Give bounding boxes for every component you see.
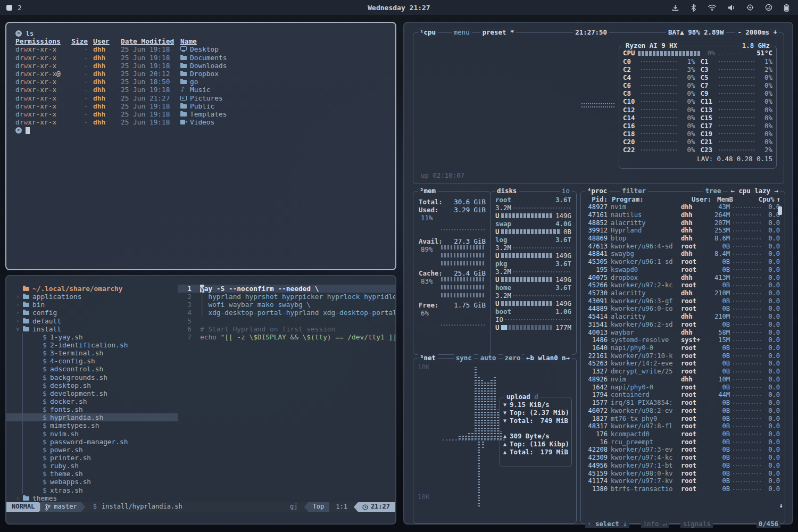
tree-item[interactable]: $ nvim.sh [6,430,178,438]
tree-item-label[interactable]: development.sh [50,389,107,397]
tree-item-label[interactable]: config [32,309,57,317]
tree-item[interactable]: $ fonts.sh [6,405,178,413]
process-row[interactable]: 48927 nvim dhh 43M 0.0 [581,203,785,211]
net-interface-switch[interactable]: ←b wlan0 n→ [524,354,572,362]
tree-item-label[interactable]: backgrounds.sh [50,373,107,381]
code-line[interactable]: 6# Start Hyprland on first session [178,325,395,333]
process-row[interactable]: 16 rcu_preempt root 0B 0.0 [581,438,785,446]
chevron-icon[interactable]: › [16,309,20,317]
process-row[interactable]: 47161 nautilus dhh 264M 0.0 [581,211,785,219]
process-row[interactable]: 176 kcompactd0 root 0B 0.0 [581,430,785,438]
process-row[interactable]: 44956 kworker/u97:1-bt root 0B 0.0 [581,462,785,470]
tree-item[interactable]: $ printer.sh [6,454,178,462]
bluetooth-icon[interactable] [691,4,696,12]
code-line[interactable]: 1yay -S --noconfirm --needed \ [178,285,395,293]
tree-item-label[interactable]: docker.sh [50,397,87,405]
cpu-header[interactable]: Cpu% [759,195,775,203]
tree-item[interactable]: $ 2-identification.sh [6,341,178,349]
process-row[interactable]: 45414 alacritty dhh 210M 0.0 [581,313,785,321]
process-row[interactable]: 45730 alacritty dhh 210M 0.0 [581,289,785,297]
process-row[interactable]: 45263 kworker/14:2-eve root 0B 0.0 [581,360,785,368]
process-row[interactable]: 48926 nvim dhh 10M 0.0 [581,376,785,384]
tree-item[interactable]: $ adscontrol.sh [6,365,178,373]
tree-item-label[interactable]: install [32,325,61,333]
gauge-icon[interactable] [765,4,772,11]
net-box-title[interactable]: ³net [418,354,438,362]
tree-item-label[interactable]: themes [32,494,57,502]
process-row[interactable]: 39912 Hyprland dhh 253M 0.0 [581,227,785,235]
process-row[interactable]: 48317 kworker/u97:8-fl root 0B 0.0 [581,422,785,430]
process-row[interactable]: 44889 kworker/u96:0-co root 0B 0.0 [581,305,785,313]
tree-item[interactable]: $ theme.sh [6,470,178,478]
tree-item[interactable]: ~/.local/share/omarchy [6,285,178,293]
tree-item[interactable]: $ desktop.sh [6,381,178,389]
process-row[interactable]: 40013 waybar dhh 58M 0.0 [581,329,785,337]
proc-filter-button[interactable]: filter [620,187,648,195]
wifi-icon[interactable] [708,4,717,11]
tree-item[interactable]: $ 3-terminal.sh [6,349,178,357]
tree-item-label[interactable]: theme.sh [50,470,83,478]
process-row[interactable]: 48852 alacritty dhh 207M 0.0 [581,219,785,227]
git-branch[interactable]: master [40,502,85,512]
process-row[interactable]: 40075 dropbox dhh 413M 0.0 [581,274,785,282]
process-row[interactable]: 1827 mt76-tx phy0 root 0B 0.0 [581,415,785,423]
process-row[interactable]: 1577 irq/81-PIXA3854: root 0B 0.0 [581,399,785,407]
chevron-icon[interactable]: ∨ [16,325,20,333]
tree-item-label[interactable]: 1-yay.sh [50,333,83,341]
tree-item-label[interactable]: hyprlandia.sh [50,413,103,421]
info-button[interactable]: info ↵ [641,520,669,528]
code-line[interactable]: 4│ xdg-desktop-portal-hyprland xdg-deskt… [178,309,395,317]
tree-item[interactable]: $ docker.sh [6,397,178,405]
code-line[interactable]: 5 [178,317,395,325]
process-row[interactable]: 45266 kworker/u97:2-kc root 0B 0.0 [581,281,785,289]
process-row[interactable]: 1794 containerd root 44M 0.0 [581,391,785,399]
tree-item-label[interactable]: adscontrol.sh [50,365,103,373]
tree-item[interactable]: $ 1-yay.sh [6,333,178,341]
net-auto-toggle[interactable]: auto [478,354,498,362]
process-row[interactable]: 42208 kworker/u97:3-ev root 0B 0.0 [581,446,785,454]
tree-item[interactable]: ∨ install [6,325,178,333]
tree-item[interactable]: $ ruby.sh [6,462,178,470]
tree-item-label[interactable]: ~/.local/share/omarchy [32,285,123,293]
tree-item-label[interactable]: desktop.sh [50,381,91,389]
process-row[interactable]: 1327 dmcrypt_write/25 root 0B 0.0 [581,368,785,376]
proc-tree-toggle[interactable]: tree [703,187,724,195]
process-row[interactable]: 43091 kworker/u96:3-gf root 0B 0.0 [581,297,785,305]
tree-item-label[interactable]: 4-config.sh [50,357,95,365]
package-updates-icon[interactable] [671,4,679,12]
disks-box-title[interactable]: disks [495,187,519,195]
tree-item[interactable]: $ backgrounds.sh [6,373,178,381]
net-zero-toggle[interactable]: zero [503,354,523,362]
process-row[interactable]: 47613 kworker/u96:4-sd root 0B 0.0 [581,243,785,251]
tree-item-label[interactable]: mimetypes.sh [50,421,99,429]
settings-icon[interactable] [746,4,754,11]
tree-item-label[interactable]: 3-terminal.sh [50,349,103,357]
proc-sort-control[interactable]: ← cpu lazy → [728,187,780,195]
process-row[interactable]: 195 kswapd0 root 0B 0.0 [581,266,785,274]
code-line[interactable]: 7echo "[[ -z \$DISPLAY && \$(tty) == /de… [178,333,395,341]
cpu-box-title[interactable]: ¹cpu [418,28,438,36]
tree-item[interactable]: $ mimetypes.sh [6,421,178,429]
tree-item-label[interactable]: xtras.sh [50,486,83,494]
process-row[interactable]: 1380 btrfs-transactio root 0B 0.0 [581,485,785,493]
prompt-line[interactable]: > [15,126,388,134]
tree-item-label[interactable]: applications [32,293,81,301]
process-row[interactable]: 1486 systemd-resolve syst+ 15M 0.0 [581,336,785,344]
process-row[interactable]: 46072 kworker/u98:2-ev root 0B 0.0 [581,407,785,415]
process-row[interactable]: 22161 kworker/u97:10-k root 0B 0.0 [581,352,785,360]
process-row[interactable]: 31541 kworker/u96:2-sd root 0B 0.0 [581,321,785,329]
select-control[interactable]: ↑ select ↓ [585,520,629,528]
tree-item[interactable]: $ 4-config.sh [6,357,178,365]
process-row[interactable]: 42309 kworker/u97:4-kc root 0B 0.0 [581,454,785,462]
tree-item[interactable]: $ power.sh [6,446,178,454]
tree-item-label[interactable]: power.sh [50,446,83,454]
user-header[interactable]: User: [692,195,717,203]
file-path[interactable]: $install/hyprlandia.sh [86,502,188,512]
program-header[interactable]: Program: [612,195,692,203]
tree-item-label[interactable]: webapps.sh [50,478,91,486]
tree-item[interactable]: › themes [6,494,178,502]
process-row[interactable]: 48869 btop dhh 8.6M 0.0 [581,235,785,243]
process-row[interactable]: 1640 napi/phy0-0 root 0B 0.0 [581,344,785,352]
chevron-icon[interactable]: › [16,293,20,301]
scroll-down-arrow[interactable]: ↓ [779,501,783,509]
